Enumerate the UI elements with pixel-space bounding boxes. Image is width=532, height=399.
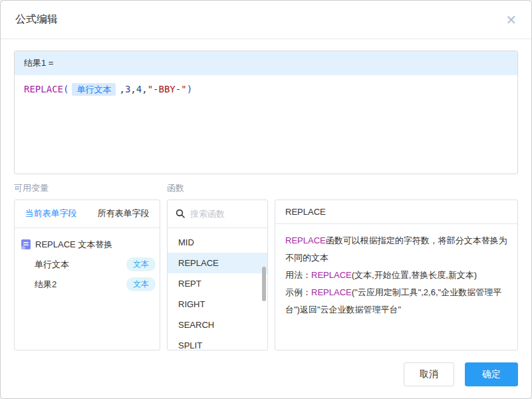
variables-group-row[interactable]: REPLACE 文本替换 — [15, 235, 160, 255]
function-item-rept[interactable]: REPT — [168, 273, 267, 294]
function-usage: 用法：REPLACE(文本,开始位置,替换长度,新文本) — [285, 267, 507, 284]
function-detail-body: REPLACE函数可以根据指定的字符数，将部分文本替换为不同的文本 用法：REP… — [275, 224, 517, 327]
document-icon — [21, 239, 31, 249]
variables-panel: 当前表单字段 所有表单字段 REPLACE 文本替换 单行 — [14, 200, 160, 350]
usage-label: 用法： — [285, 270, 311, 280]
keyword-replace: REPLACE — [311, 287, 352, 297]
formula-number: 4 — [136, 84, 142, 94]
tab-all-form-fields[interactable]: 所有表单字段 — [87, 200, 160, 227]
result-label: 结果1 = — [24, 57, 53, 69]
cancel-button[interactable]: 取消 — [404, 362, 454, 386]
variables-group-name: REPLACE 文本替换 — [35, 239, 112, 251]
formula-rparen: ) — [187, 84, 192, 94]
function-example: 示例：REPLACE("云应用定制工具",2,6,"企业数据管理平台")返回"云… — [285, 284, 507, 319]
formula-string-token: "-BBY-" — [148, 84, 187, 94]
function-search-input[interactable] — [190, 209, 259, 219]
search-icon — [176, 209, 185, 218]
functions-label: 函数 — [167, 182, 184, 194]
variable-type-badge: 文本 — [126, 277, 156, 291]
result-label-bar: 结果1 = — [15, 51, 517, 75]
close-icon[interactable]: ✕ — [505, 13, 517, 27]
function-item-right[interactable]: RIGHT — [168, 294, 267, 315]
function-list-scrollbar[interactable] — [262, 267, 266, 301]
formula-comma: , — [130, 84, 136, 94]
function-item-replace[interactable]: REPLACE — [168, 253, 267, 273]
formula-editor[interactable]: 结果1 = REPLACE(单行文本,3,4,"-BBY-") — [14, 51, 518, 174]
formula-variable-chip[interactable]: 单行文本 — [72, 83, 116, 96]
formula-input[interactable]: REPLACE(单行文本,3,4,"-BBY-") — [15, 75, 517, 104]
panels-row: 当前表单字段 所有表单字段 REPLACE 文本替换 单行 — [14, 200, 518, 350]
variable-name: 单行文本 — [35, 259, 69, 271]
formula-comma: , — [142, 84, 147, 94]
variable-row-single-line-text[interactable]: 单行文本 文本 — [15, 255, 160, 275]
tab-current-form-fields[interactable]: 当前表单字段 — [15, 200, 87, 227]
function-detail-title: REPLACE — [275, 200, 517, 224]
variables-label: 可用变量 — [14, 182, 167, 194]
function-search-bar — [168, 200, 267, 228]
example-label: 示例： — [285, 287, 311, 297]
formula-comma: , — [119, 84, 124, 94]
function-detail-panel: REPLACE REPLACE函数可以根据指定的字符数，将部分文本替换为不同的文… — [275, 200, 518, 350]
function-description: REPLACE函数可以根据指定的字符数，将部分文本替换为不同的文本 — [285, 232, 507, 267]
usage-text: (文本,开始位置,替换长度,新文本) — [352, 270, 477, 280]
function-item-mid[interactable]: MID — [168, 232, 267, 253]
dialog-title: 公式编辑 — [15, 13, 58, 27]
variable-name: 结果2 — [35, 279, 57, 291]
variables-list: REPLACE 文本替换 单行文本 文本 结果2 文本 — [15, 228, 160, 301]
dialog-body: 结果1 = REPLACE(单行文本,3,4,"-BBY-") 可用变量 函数 … — [1, 39, 531, 350]
function-item-search[interactable]: SEARCH — [168, 315, 267, 335]
confirm-button[interactable]: 确定 — [465, 362, 518, 386]
keyword-replace: REPLACE — [311, 270, 352, 280]
variables-tabs: 当前表单字段 所有表单字段 — [15, 200, 160, 228]
dialog-header: 公式编辑 ✕ — [1, 1, 531, 39]
variable-row-result2[interactable]: 结果2 文本 — [15, 275, 160, 295]
function-item-split[interactable]: SPLIT — [168, 335, 267, 350]
formula-edit-dialog: 公式编辑 ✕ 结果1 = REPLACE(单行文本,3,4,"-BBY-") 可… — [0, 0, 532, 399]
variable-type-badge: 文本 — [126, 257, 156, 271]
function-list: MID REPLACE REPT RIGHT SEARCH SPLIT TEXT… — [168, 228, 267, 350]
keyword-replace: REPLACE — [285, 235, 326, 245]
dialog-footer: 取消 确定 — [1, 350, 531, 398]
functions-panel: MID REPLACE REPT RIGHT SEARCH SPLIT TEXT… — [167, 200, 268, 350]
section-labels: 可用变量 函数 — [14, 182, 518, 194]
formula-lparen: ( — [63, 84, 68, 94]
formula-function-token: REPLACE — [24, 84, 63, 94]
